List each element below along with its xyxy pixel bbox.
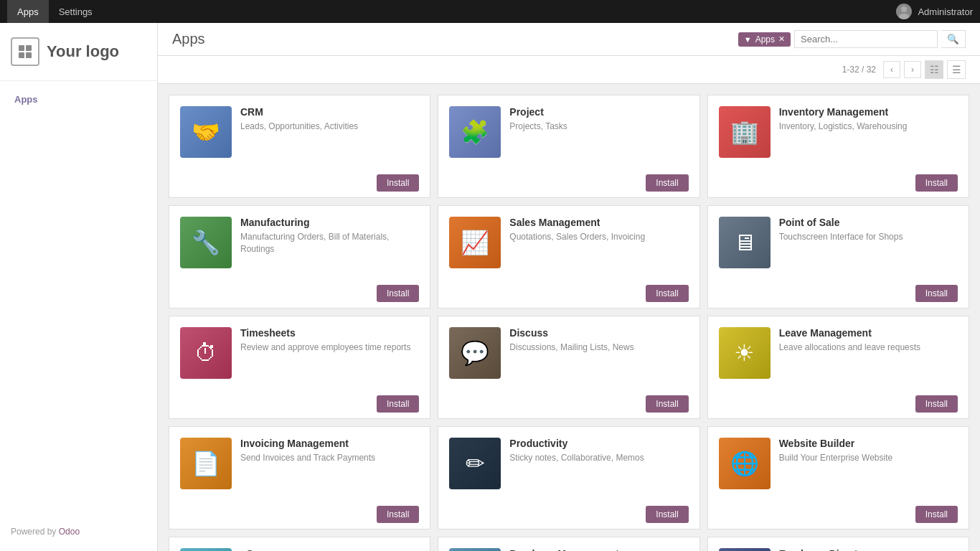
controls-bar: 1-32 / 32 ‹ › ☷ ☰ — [158, 56, 980, 84]
top-nav-right: Administrator — [896, 4, 973, 19]
app-name-manufacturing: Manufacturing — [240, 217, 419, 228]
list-view-button[interactable]: ☰ — [947, 60, 966, 79]
app-card-body: 🖥 Point of Sale Touchscreen Interface fo… — [708, 206, 969, 279]
install-button-pos[interactable]: Install — [915, 285, 958, 302]
install-button-timesheets[interactable]: Install — [377, 395, 419, 413]
app-card-ecommerce: 🛒 eCommerce Sell Your Products Online In… — [169, 537, 430, 551]
app-card-crm: 🤝 CRM Leads, Opportunities, Activities I… — [169, 95, 430, 198]
install-button-discuss[interactable]: Install — [646, 395, 688, 413]
app-info-manufacturing: Manufacturing Manufacturing Orders, Bill… — [240, 217, 419, 255]
app-card-productivity: ✏ Productivity Sticky notes, Collaborati… — [438, 426, 699, 529]
app-desc-pos: Touchscreen Interface for Shops — [779, 231, 958, 243]
app-icon-symbol: ✏ — [466, 452, 485, 475]
app-card-body: 🛒 eCommerce Sell Your Products Online — [169, 537, 430, 551]
search-input[interactable] — [794, 30, 938, 48]
app-icon-symbol: 🖥 — [733, 231, 756, 254]
app-desc-inventory: Inventory, Logistics, Warehousing — [779, 121, 958, 133]
app-icon-symbol: 🏢 — [730, 121, 759, 143]
app-icon-timesheets: ⏱ — [180, 327, 232, 379]
app-icon-pos: 🖥 — [719, 217, 771, 268]
page-title: Apps — [172, 31, 205, 47]
install-button-inventory[interactable]: Install — [915, 174, 958, 192]
app-icon-invoicing: 📄 — [180, 438, 232, 489]
prev-page-button[interactable]: ‹ — [883, 61, 900, 78]
main-header: Apps ▼ Apps ✕ 🔍 — [158, 23, 980, 56]
app-icon-discuss: 💬 — [449, 327, 501, 379]
app-card-inventory: 🏢 Inventory Management Inventory, Logist… — [707, 95, 969, 198]
sidebar: Your logo Apps Powered by Odoo — [0, 23, 158, 551]
svg-rect-3 — [26, 45, 32, 51]
install-button-manufacturing[interactable]: Install — [377, 285, 419, 302]
app-card-footer-productivity: Install — [438, 500, 699, 529]
apps-grid: 🤝 CRM Leads, Opportunities, Activities I… — [158, 84, 980, 551]
app-info-website: Website Builder Build Your Enterprise We… — [779, 438, 958, 464]
search-filter-tag: ▼ Apps ✕ — [738, 32, 791, 47]
next-page-button[interactable]: › — [904, 61, 921, 78]
app-icon-website: 🌐 — [719, 438, 771, 489]
app-card-footer-manufacturing: Install — [169, 279, 430, 308]
app-icon-crm: 🤝 — [180, 106, 232, 158]
install-button-leave[interactable]: Install — [915, 395, 958, 413]
app-card-body: 🧩 Project Projects, Tasks — [438, 95, 699, 169]
app-card-body: 📄 Invoicing Management Send Invoices and… — [169, 427, 430, 500]
app-info-project: Project Projects, Tasks — [509, 106, 688, 133]
app-icon-leave: ☀ — [719, 327, 771, 379]
app-card-timesheets: ⏱ Timesheets Review and approve employee… — [169, 316, 430, 419]
install-button-crm[interactable]: Install — [377, 174, 419, 192]
avatar — [896, 4, 912, 19]
app-icon-symbol: ⏱ — [194, 342, 217, 364]
app-desc-crm: Leads, Opportunities, Activities — [240, 121, 419, 133]
nav-apps[interactable]: Apps — [7, 0, 49, 23]
app-name-purchase: Purchase Management — [509, 548, 688, 551]
admin-name: Administrator — [918, 6, 973, 17]
app-icon-symbol: 📄 — [192, 452, 220, 475]
install-button-website[interactable]: Install — [915, 506, 958, 523]
nav-settings[interactable]: Settings — [49, 0, 103, 23]
app-card-sales: 📈 Sales Management Quotations, Sales Ord… — [438, 205, 699, 309]
app-card-manufacturing: 🔧 Manufacturing Manufacturing Orders, Bi… — [169, 205, 430, 309]
install-button-invoicing[interactable]: Install — [377, 506, 419, 523]
sidebar-footer: Powered by Odoo — [0, 519, 157, 544]
sidebar-item-apps[interactable]: Apps — [0, 88, 157, 110]
app-icon-inventory: 🏢 — [719, 106, 771, 158]
app-name-inventory: Inventory Management — [779, 106, 958, 118]
install-button-project[interactable]: Install — [646, 174, 688, 192]
app-desc-leave: Leave allocations and leave requests — [779, 342, 958, 354]
app-icon-project: 🧩 — [449, 106, 501, 158]
logo-icon — [11, 37, 39, 66]
app-card-footer-leave: Install — [708, 390, 969, 418]
app-card-footer-invoicing: Install — [169, 500, 430, 529]
install-button-sales[interactable]: Install — [646, 285, 688, 302]
filter-label: Apps — [755, 34, 775, 44]
app-name-website: Website Builder — [779, 438, 958, 449]
filter-icon: ▼ — [744, 35, 752, 44]
filter-close-icon[interactable]: ✕ — [778, 34, 785, 44]
install-button-productivity[interactable]: Install — [646, 506, 688, 523]
app-desc-discuss: Discussions, Mailing Lists, News — [509, 342, 688, 354]
search-button[interactable]: 🔍 — [941, 30, 966, 48]
app-name-productivity: Productivity — [509, 438, 688, 449]
app-card-invoicing: 📄 Invoicing Management Send Invoices and… — [169, 426, 430, 529]
app-icon-purchase: 💳 — [449, 548, 501, 551]
app-card-project: 🧩 Project Projects, Tasks Install — [438, 95, 699, 198]
app-name-sales: Sales Management — [509, 217, 688, 228]
app-info-pos: Point of Sale Touchscreen Interface for … — [779, 217, 958, 243]
app-desc-invoicing: Send Invoices and Track Payments — [240, 452, 419, 464]
logo-area: Your logo — [0, 23, 157, 81]
app-card-footer-pos: Install — [708, 279, 969, 308]
app-card-body: 💳 Purchase Management Purchase Orders, R… — [438, 537, 699, 551]
app-card-pos: 🖥 Point of Sale Touchscreen Interface fo… — [707, 205, 969, 309]
app-name-crm: CRM — [240, 106, 419, 118]
app-card-website: 🌐 Website Builder Build Your Enterprise … — [707, 426, 969, 529]
logo-text: Your logo — [47, 42, 119, 61]
app-info-purchase: Purchase Management Purchase Orders, Rec… — [509, 548, 688, 551]
svg-point-0 — [901, 6, 907, 12]
app-desc-website: Build Your Enterprise Website — [779, 452, 958, 464]
app-icon-productivity: ✏ — [449, 438, 501, 489]
main-content: Apps ▼ Apps ✕ 🔍 1-32 / 32 ‹ › ☷ ☰ — [158, 23, 980, 551]
grid-view-button[interactable]: ☷ — [925, 60, 943, 79]
app-card-footer-timesheets: Install — [169, 390, 430, 418]
app-card-purchase: 💳 Purchase Management Purchase Orders, R… — [438, 537, 699, 551]
odoo-link[interactable]: Odoo — [59, 527, 80, 537]
app-card-footer-website: Install — [708, 500, 969, 529]
